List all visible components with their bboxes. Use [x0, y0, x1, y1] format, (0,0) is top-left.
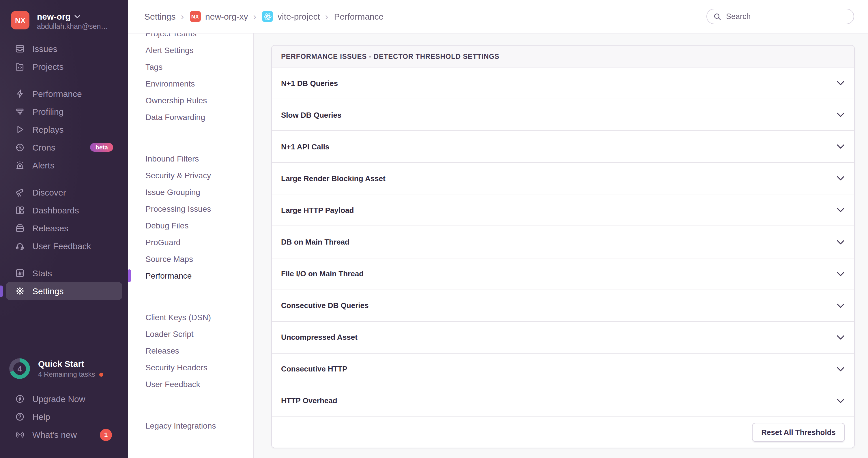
detector-label: Slow DB Queries	[281, 110, 837, 119]
pending-task-dot	[99, 372, 103, 377]
progress-count: 4	[9, 358, 30, 379]
sidebar-nav-item[interactable]: Crons beta	[0, 138, 128, 156]
settings-nav-label: Tags	[146, 62, 162, 71]
detector-threshold-panel: PERFORMANCE ISSUES - DETECTOR THRESHOLD …	[271, 45, 855, 448]
settings-nav-item[interactable]: Alert Settings	[128, 41, 253, 58]
chevron-down-icon	[837, 399, 844, 403]
breadcrumb-item[interactable]: Settings	[144, 11, 176, 21]
detector-label: DB on Main Thread	[281, 238, 837, 246]
breadcrumb-label: new-org-xy	[205, 11, 248, 21]
sidebar-nav-item[interactable]: Dashboards	[0, 201, 128, 219]
breadcrumb: Settings NX new-org-xy vite-project Perf…	[144, 0, 383, 33]
settings-nav-label: Ownership Rules	[146, 95, 207, 105]
sidebar-nav-label: Releases	[32, 223, 68, 233]
settings-nav-item[interactable]: Debug Files	[128, 217, 253, 234]
sidebar-nav-item[interactable]: Alerts	[0, 156, 128, 174]
settings-nav-label: Inbound Filters	[146, 154, 199, 163]
settings-nav-item[interactable]: Client Keys (DSN)	[128, 308, 253, 325]
detector-row[interactable]: Large HTTP Payload	[272, 195, 854, 226]
detector-row[interactable]: Large Render Blocking Asset	[272, 163, 854, 195]
sidebar-nav-item[interactable]: User Feedback	[0, 237, 128, 255]
detector-label: N+1 DB Queries	[281, 79, 837, 87]
detector-label: N+1 API Calls	[281, 142, 837, 151]
breadcrumb-item[interactable]: vite-project	[253, 11, 320, 22]
settings-nav-item[interactable]: Project Teams	[128, 33, 253, 41]
reset-all-thresholds-button[interactable]: Reset All Thresholds	[752, 423, 845, 442]
org-switcher[interactable]: NX new-org abdullah.khan@sen…	[11, 11, 121, 31]
detector-row[interactable]: N+1 API Calls	[272, 131, 854, 163]
sidebar-nav-label: Crons	[32, 142, 55, 152]
sidebar-nav-item[interactable]: Releases	[0, 219, 128, 237]
settings-nav-item[interactable]: Data Forwarding	[128, 108, 253, 125]
sidebar-nav-item[interactable]: Discover	[0, 184, 128, 201]
quick-start-widget[interactable]: 4 Quick Start 4 Remaining tasks	[9, 358, 122, 380]
detector-row[interactable]: N+1 DB Queries	[272, 67, 854, 99]
detector-row[interactable]: Consecutive DB Queries	[272, 290, 854, 322]
breadcrumb-label: vite-project	[278, 11, 320, 21]
sidebar-footer-label: Help	[32, 412, 50, 422]
settings-nav-label: Environments	[146, 79, 195, 88]
settings-nav-item[interactable]: Legacy Integrations	[128, 417, 253, 434]
settings-nav-item[interactable]: User Feedback	[128, 375, 253, 392]
sidebar-nav-label: Issues	[32, 44, 57, 54]
sidebar-nav-item[interactable]: Settings	[0, 282, 128, 300]
settings-nav-item[interactable]: Loader Script	[128, 325, 253, 342]
dashboards-icon	[15, 205, 25, 215]
chevron-down-icon	[837, 208, 844, 212]
settings-nav-item[interactable]: Issue Grouping	[128, 184, 253, 200]
settings-nav-item[interactable]: Environments	[128, 75, 253, 92]
detector-row[interactable]: Slow DB Queries	[272, 99, 854, 131]
settings-nav-item[interactable]: Releases	[128, 342, 253, 359]
detector-row[interactable]: Uncompressed Asset	[272, 322, 854, 354]
settings-nav-label: ProGuard	[146, 237, 180, 247]
panel-title: PERFORMANCE ISSUES - DETECTOR THRESHOLD …	[272, 45, 854, 67]
search-icon	[713, 12, 721, 21]
settings-nav-item[interactable]: Processing Issues	[128, 200, 253, 217]
sidebar-footer-item[interactable]: Upgrade Now	[0, 390, 128, 408]
settings-nav-item[interactable]: Ownership Rules	[128, 92, 253, 108]
sidebar-nav-label: Settings	[32, 286, 63, 296]
detector-label: Consecutive HTTP	[281, 365, 837, 373]
sidebar-nav: Issues Projects Performance Profiling Re…	[0, 40, 128, 300]
sidebar-footer-item[interactable]: What's new 1	[0, 426, 128, 444]
breadcrumb-label: Performance	[334, 11, 383, 21]
settings-nav-label: Project Teams	[146, 33, 196, 38]
settings-nav-label: Legacy Integrations	[146, 421, 216, 430]
chevron-down-icon	[837, 176, 844, 181]
detector-label: Uncompressed Asset	[281, 333, 837, 342]
stats-icon	[15, 268, 25, 278]
detector-row[interactable]: DB on Main Thread	[272, 226, 854, 258]
detector-row[interactable]: Consecutive HTTP	[272, 354, 854, 385]
settings-nav-item[interactable]: Source Maps	[128, 250, 253, 267]
sidebar-nav-item[interactable]: Stats	[0, 264, 128, 282]
settings-nav-label: Alert Settings	[146, 45, 194, 55]
search-input[interactable]	[726, 12, 847, 21]
settings-nav-label: Source Maps	[146, 254, 193, 263]
panel-footer: Reset All Thresholds	[272, 417, 854, 448]
detector-row[interactable]: HTTP Overhead	[272, 385, 854, 417]
search-box[interactable]	[706, 9, 854, 24]
settings-nav-item[interactable]: Performance	[128, 267, 253, 284]
sidebar-footer-item[interactable]: Help	[0, 408, 128, 426]
detector-row[interactable]: File I/O on Main Thread	[272, 258, 854, 290]
sidebar-nav-item[interactable]: Projects	[0, 58, 128, 75]
settings-nav-item[interactable]: Tags	[128, 58, 253, 75]
detector-label: Consecutive DB Queries	[281, 301, 837, 310]
settings-nav-item[interactable]: ProGuard	[128, 234, 253, 250]
breadcrumb-item[interactable]: NX new-org-xy	[181, 11, 248, 22]
sidebar-nav-item[interactable]: Issues	[0, 40, 128, 58]
settings-nav-item[interactable]: Security Headers	[128, 359, 253, 375]
quick-start-title: Quick Start	[38, 359, 84, 369]
settings-nav-item[interactable]: Inbound Filters	[128, 150, 253, 167]
sidebar-nav-item[interactable]: Replays	[0, 121, 128, 138]
settings-nav-label: Performance	[146, 271, 192, 280]
chevron-down-icon	[837, 367, 844, 371]
sidebar-nav-label: Stats	[32, 268, 52, 278]
settings-nav-item[interactable]: Security & Privacy	[128, 167, 253, 184]
chevron-down-icon	[837, 240, 844, 244]
settings-nav-label: User Feedback	[146, 379, 200, 389]
performance-icon	[15, 89, 25, 99]
breadcrumb-item[interactable]: Performance	[325, 11, 383, 22]
sidebar-nav-item[interactable]: Profiling	[0, 103, 128, 121]
sidebar-nav-item[interactable]: Performance	[0, 85, 128, 103]
